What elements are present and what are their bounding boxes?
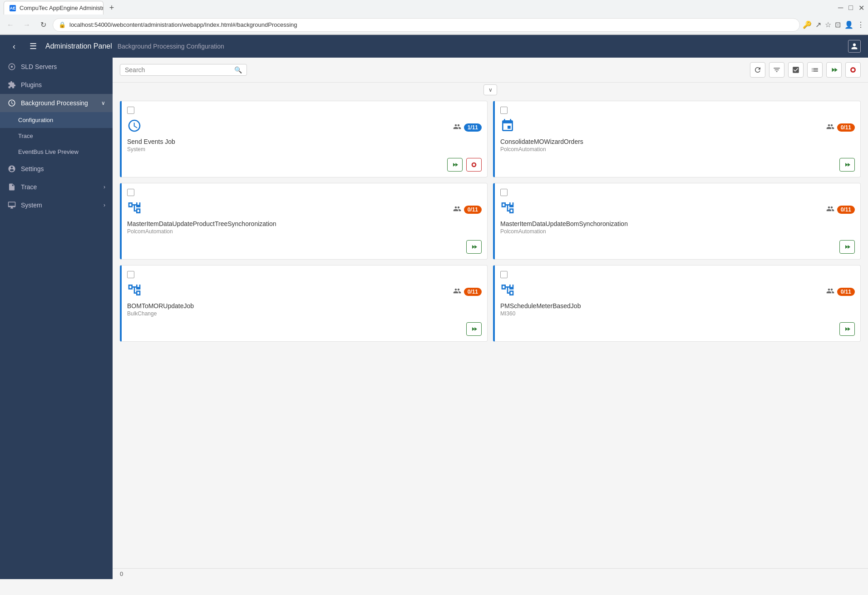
forward-button[interactable]: →: [20, 18, 34, 32]
stop-all-button[interactable]: [845, 62, 861, 78]
run-all-button[interactable]: [826, 62, 842, 78]
users-icon-2: [826, 123, 834, 133]
card-meta-3: 0/11: [453, 205, 482, 215]
sidebar-item-trace-2[interactable]: Trace ›: [0, 178, 113, 196]
plugins-icon: [7, 80, 16, 89]
nodes-icon-6: [500, 283, 515, 300]
reload-button[interactable]: ↻: [36, 18, 50, 32]
nodes-icon-2: [500, 118, 515, 136]
clock-icon: [127, 118, 142, 136]
cards-area: 1/11 Send Events Job System: [113, 97, 868, 568]
card-icon-area-4: 0/11: [500, 201, 855, 218]
app-body: SLD Servers Plugins Background Processin…: [0, 58, 868, 579]
card-actions-6: [500, 322, 855, 336]
card-subtitle-4: PolcomAutomation: [500, 228, 855, 235]
card-title-5: BOMToMORUpdateJob: [127, 302, 482, 310]
card-subtitle-5: BulkChange: [127, 310, 482, 317]
address-bar[interactable]: 🔒 localhost:54000/webcontent/administrat…: [53, 18, 800, 32]
address-url: localhost:54000/webcontent/administratio…: [69, 21, 297, 28]
browser-share-icon[interactable]: ↗: [815, 20, 821, 29]
card-subtitle-3: PolcomAutomation: [127, 228, 482, 235]
run-button-5[interactable]: [466, 322, 482, 336]
users-icon-6: [826, 287, 834, 297]
card-meta-2: 0/11: [826, 123, 855, 133]
maximize-button[interactable]: □: [848, 4, 853, 12]
card-checkbox-4[interactable]: [500, 189, 508, 196]
card-body-2: ConsolidateMOWizardOrders PolcomAutomati…: [500, 138, 855, 152]
card-checkbox-5[interactable]: [127, 271, 134, 278]
back-nav-button[interactable]: ‹: [7, 39, 21, 53]
run-button-6[interactable]: [839, 322, 855, 336]
background-processing-icon: [7, 98, 16, 108]
card-body-6: PMScheduleMeterBasedJob MI360: [500, 302, 855, 317]
sidebar-item-sld-servers[interactable]: SLD Servers: [0, 58, 113, 76]
stop-button-1[interactable]: [466, 158, 482, 172]
sidebar-trace-2-label: Trace: [21, 183, 99, 191]
card-body-4: MasterItemDataUpdateBomSynchoronization …: [500, 220, 855, 235]
trace-icon: [7, 182, 16, 192]
card-header-5: [127, 271, 482, 278]
browser-actions: 🔑 ↗ ☆ ⊡ 👤 ⋮: [803, 20, 864, 29]
card-header-2: [500, 107, 855, 114]
collapse-button[interactable]: ∨: [483, 84, 497, 95]
user-profile-button[interactable]: [848, 40, 861, 53]
card-header-1: [127, 107, 482, 114]
search-input[interactable]: [125, 66, 232, 74]
run-button-4[interactable]: [839, 240, 855, 254]
card-checkbox-1[interactable]: [127, 107, 134, 114]
card-actions-1: [127, 158, 482, 172]
sidebar-item-plugins[interactable]: Plugins: [0, 76, 113, 94]
card-actions-3: [127, 240, 482, 254]
browser-profile-icon[interactable]: 👤: [844, 20, 853, 29]
hamburger-menu-button[interactable]: ☰: [26, 39, 40, 53]
filter-button[interactable]: [769, 62, 784, 78]
sidebar-item-settings[interactable]: Settings: [0, 160, 113, 178]
browser-key-icon[interactable]: 🔑: [803, 20, 812, 29]
search-box: 🔍: [120, 64, 247, 76]
list-view-button[interactable]: [807, 62, 823, 78]
card-masteritem-tree: 0/11 MasterItemDataUpdateProductTreeSync…: [120, 183, 488, 260]
sidebar-system-label: System: [21, 202, 99, 209]
card-header-3: [127, 189, 482, 196]
card-title-2: ConsolidateMOWizardOrders: [500, 138, 855, 145]
run-button-2[interactable]: [839, 158, 855, 172]
card-meta-4: 0/11: [826, 205, 855, 215]
browser-star-icon[interactable]: ☆: [825, 20, 831, 29]
card-checkbox-3[interactable]: [127, 189, 134, 196]
trace-2-chevron: ›: [104, 184, 105, 190]
refresh-button[interactable]: [750, 62, 765, 78]
browser-split-icon[interactable]: ⊡: [835, 20, 841, 29]
back-button[interactable]: ←: [4, 18, 17, 32]
card-checkbox-6[interactable]: [500, 271, 508, 278]
badge-5: 0/11: [464, 288, 482, 296]
new-tab-button[interactable]: +: [105, 1, 118, 14]
card-title-4: MasterItemDataUpdateBomSynchoronization: [500, 220, 855, 227]
search-icon: 🔍: [234, 66, 242, 74]
run-button-1[interactable]: [447, 158, 463, 172]
card-meta-5: 0/11: [453, 287, 482, 297]
sidebar-item-eventbus[interactable]: EventBus Live Preview: [0, 144, 113, 160]
close-button[interactable]: ✕: [858, 4, 864, 12]
sidebar-sld-servers-label: SLD Servers: [21, 63, 105, 70]
sidebar-item-system[interactable]: System ›: [0, 196, 113, 214]
app-title: Administration Panel: [45, 42, 112, 50]
users-icon-1: [453, 123, 461, 133]
card-checkbox-2[interactable]: [500, 107, 508, 114]
card-subtitle-2: PolcomAutomation: [500, 146, 855, 152]
run-button-3[interactable]: [466, 240, 482, 254]
window-controls: ─ □ ✕: [838, 4, 864, 12]
browser-menu-icon[interactable]: ⋮: [857, 20, 864, 29]
minimize-button[interactable]: ─: [838, 4, 843, 12]
browser-tab[interactable]: AE CompuTec AppEngine Administr... ✕: [4, 1, 104, 15]
card-body-1: Send Events Job System: [127, 138, 482, 152]
sidebar-item-configuration[interactable]: Configuration: [0, 112, 113, 128]
card-icon-area-1: 1/11: [127, 118, 482, 136]
status-bar: 0: [113, 568, 868, 579]
card-header-6: [500, 271, 855, 278]
select-all-button[interactable]: [788, 62, 804, 78]
users-icon-5: [453, 287, 461, 297]
sidebar-item-background-processing[interactable]: Background Processing ∨: [0, 94, 113, 112]
sidebar: SLD Servers Plugins Background Processin…: [0, 58, 113, 579]
sidebar-item-trace-1[interactable]: Trace: [0, 128, 113, 144]
nodes-icon-3: [127, 201, 142, 218]
